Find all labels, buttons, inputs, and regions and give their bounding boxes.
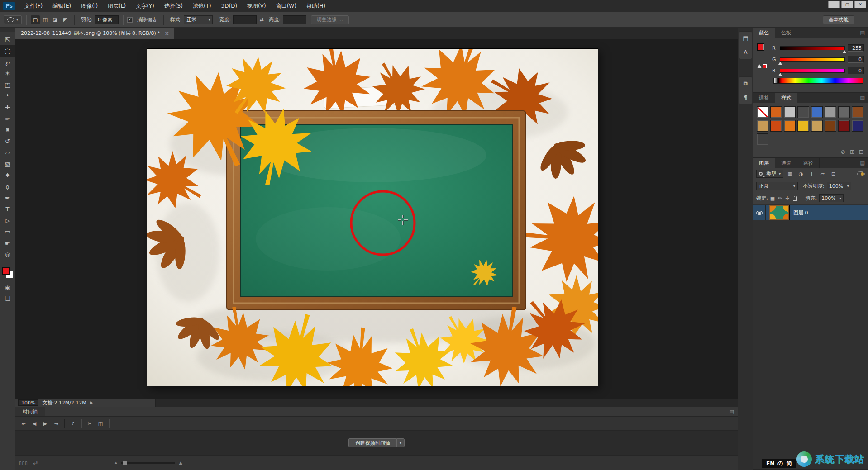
tab-styles[interactable]: 样式: [775, 93, 797, 103]
style-swatch[interactable]: [797, 120, 809, 132]
canvas-pasteboard[interactable]: [15, 39, 738, 399]
foreground-color-swatch[interactable]: [2, 267, 10, 275]
style-swatch[interactable]: [838, 106, 850, 118]
dodge-tool[interactable]: ϙ: [0, 181, 15, 192]
blend-mode-dropdown[interactable]: 正常 ▾: [756, 182, 798, 190]
zoom-tool[interactable]: ◎: [0, 249, 15, 260]
red-slider[interactable]: [780, 46, 845, 50]
foreground-color-swatch[interactable]: [757, 43, 764, 51]
status-popup-arrow-icon[interactable]: ▶: [90, 400, 93, 405]
tab-color[interactable]: 颜色: [753, 28, 775, 38]
filter-shape-layers-icon[interactable]: ▱: [818, 170, 827, 178]
feather-input[interactable]: 0 像素: [95, 15, 119, 24]
menu-window[interactable]: 窗口(W): [271, 0, 301, 12]
green-value-field[interactable]: 0: [848, 56, 864, 63]
blue-value-field[interactable]: 0: [848, 67, 864, 74]
maximize-button[interactable]: ▢: [841, 1, 853, 8]
history-panel-icon[interactable]: ▤: [739, 32, 752, 45]
green-slider[interactable]: [780, 57, 845, 62]
split-clip-button[interactable]: ✂: [84, 419, 95, 428]
style-swatch[interactable]: [757, 133, 768, 145]
shape-tool[interactable]: ▭: [0, 226, 15, 237]
antialias-checkbox[interactable]: ✓: [127, 17, 133, 23]
transition-button[interactable]: ◫: [95, 419, 106, 428]
layer-row[interactable]: 图层 0: [753, 205, 868, 220]
layer-visibility-toggle[interactable]: [753, 205, 766, 220]
mute-audio-button[interactable]: ♪: [67, 419, 78, 428]
close-button[interactable]: ✕: [854, 1, 866, 8]
red-slider-handle[interactable]: [843, 50, 846, 53]
menu-edit[interactable]: 编辑(E): [48, 0, 76, 12]
flatten-icon[interactable]: ⇄: [33, 460, 38, 466]
style-swatch[interactable]: [770, 106, 782, 118]
toolbar-grip[interactable]: [0, 28, 15, 32]
healing-brush-tool[interactable]: ✚: [0, 102, 15, 113]
add-selection-mode-icon[interactable]: ◫: [41, 15, 50, 24]
first-frame-button[interactable]: ⇤: [18, 419, 29, 428]
lasso-tool[interactable]: ℘: [0, 57, 15, 68]
tab-layers[interactable]: 图层: [753, 158, 775, 168]
clear-style-icon[interactable]: ⊘: [841, 149, 845, 155]
close-document-icon[interactable]: ×: [165, 30, 169, 37]
swap-dimensions-icon[interactable]: ⇄: [257, 15, 266, 24]
pen-tool[interactable]: ✒: [0, 192, 15, 204]
style-swatch[interactable]: [811, 120, 823, 132]
color-spectrum-ramp[interactable]: [773, 78, 863, 84]
brush-tool[interactable]: ✏: [0, 113, 15, 124]
style-swatch[interactable]: [757, 120, 768, 132]
height-input[interactable]: [283, 15, 306, 24]
lock-position-icon[interactable]: ✛: [785, 195, 789, 201]
tab-adjustments[interactable]: 调整: [753, 93, 775, 103]
style-swatch[interactable]: [825, 106, 836, 118]
style-swatch[interactable]: [852, 120, 863, 132]
create-video-timeline-button[interactable]: 创建视频时间轴: [348, 438, 396, 447]
blue-slider-handle[interactable]: [778, 73, 782, 76]
menu-filter[interactable]: 滤镜(T): [188, 0, 216, 12]
zoom-slider-thumb[interactable]: [123, 461, 127, 465]
layer-thumbnail[interactable]: [769, 205, 789, 220]
panel-menu-icon[interactable]: ▤: [730, 409, 734, 415]
subtract-selection-mode-icon[interactable]: ◪: [51, 15, 60, 24]
blur-tool[interactable]: ♦: [0, 170, 15, 181]
timeline-zoom-slider[interactable]: [121, 462, 175, 464]
hand-tool[interactable]: ☛: [0, 237, 15, 249]
clone-source-panel-icon[interactable]: ⧉: [739, 77, 752, 90]
workspace-switcher[interactable]: 基本功能: [823, 15, 854, 24]
menu-image[interactable]: 图像(I): [76, 0, 103, 12]
menu-help[interactable]: 帮助(H): [301, 0, 330, 12]
ime-mode[interactable]: EN: [766, 461, 774, 467]
tool-preset-picker[interactable]: ▾: [4, 15, 22, 24]
quick-mask-button[interactable]: ◉: [0, 282, 15, 293]
lock-transparency-icon[interactable]: ▦: [770, 195, 775, 201]
tab-paths[interactable]: 路径: [797, 158, 820, 168]
style-swatch[interactable]: [838, 120, 850, 132]
play-button[interactable]: ▶: [40, 419, 51, 428]
style-swatch[interactable]: [825, 120, 836, 132]
timeline-tab[interactable]: 时间轴: [15, 407, 45, 416]
ellipse-marquee-tool[interactable]: ◌: [0, 45, 15, 57]
filter-adjustment-layers-icon[interactable]: ◑: [796, 170, 805, 178]
menu-layer[interactable]: 图层(L): [103, 0, 131, 12]
path-selection-tool[interactable]: ▷: [0, 215, 15, 226]
panel-menu-icon[interactable]: ▤: [860, 93, 868, 103]
width-input[interactable]: [233, 15, 257, 24]
delete-style-icon[interactable]: ⊟: [859, 149, 863, 155]
filter-type-layers-icon[interactable]: T: [807, 170, 816, 178]
lock-pixels-icon[interactable]: ✏: [778, 195, 782, 201]
filter-pixel-layers-icon[interactable]: ▦: [786, 170, 794, 178]
previous-frame-button[interactable]: ◀: [29, 419, 40, 428]
menu-view[interactable]: 视图(V): [242, 0, 271, 12]
style-swatch[interactable]: [770, 120, 782, 132]
move-tool[interactable]: ⇱: [0, 34, 15, 45]
type-tool[interactable]: T: [0, 204, 15, 215]
gradient-tool[interactable]: ▧: [0, 158, 15, 170]
character-panel-icon[interactable]: A: [739, 45, 752, 59]
quick-selection-tool[interactable]: ✶: [0, 68, 15, 79]
crop-tool[interactable]: ◰: [0, 79, 15, 90]
eyedropper-tool[interactable]: ❛: [0, 90, 15, 102]
style-swatch[interactable]: [784, 120, 796, 132]
tab-channels[interactable]: 通道: [775, 158, 797, 168]
tab-swatches[interactable]: 色板: [775, 28, 797, 38]
intersect-selection-mode-icon[interactable]: ◩: [61, 15, 70, 24]
filter-type-dropdown[interactable]: 类型 ▾: [756, 170, 783, 178]
